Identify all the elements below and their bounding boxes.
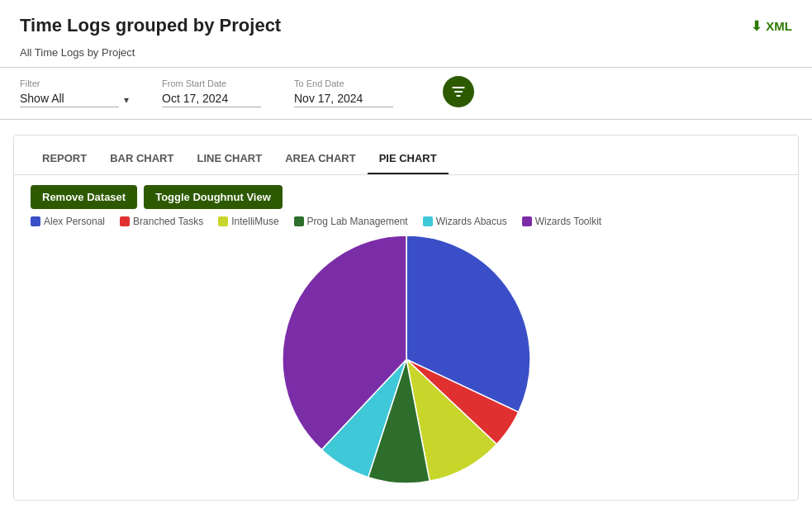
from-date-label: From Start Date [162,78,261,88]
legend-item: Prog Lab Management [294,216,408,227]
legend-item: IntelliMuse [218,216,278,227]
dropdown-arrow-icon[interactable]: ▾ [124,94,129,106]
tab-pie-chart[interactable]: PIE CHART [368,147,449,174]
chart-section: REPORT BAR CHART LINE CHART AREA CHART P… [13,135,799,501]
legend-item: Alex Personal [31,216,105,227]
remove-dataset-button[interactable]: Remove Dataset [31,185,137,209]
legend-label: Prog Lab Management [307,216,408,227]
chart-controls: Remove Dataset Toggle Doughnut View [14,175,798,209]
page-wrapper: Time Logs grouped by Project ⬇ XML All T… [0,0,812,518]
filter-label: Filter [20,78,129,88]
filter-lines-icon [450,83,467,100]
page-title: Time Logs grouped by Project [20,15,281,36]
to-date-value[interactable]: Nov 17, 2024 [294,92,393,107]
to-date-group: To End Date Nov 17, 2024 [294,78,393,107]
page-header: Time Logs grouped by Project ⬇ XML [0,0,812,45]
toggle-doughnut-button[interactable]: Toggle Doughnut View [144,185,283,209]
legend-item: Wizards Toolkit [522,216,601,227]
tab-bar-chart[interactable]: BAR CHART [98,147,185,174]
legend-color [294,216,304,226]
tab-line-chart[interactable]: LINE CHART [185,147,273,174]
legend-color [31,216,40,226]
filter-icon-button[interactable] [443,76,474,107]
filter-value: Show All [20,92,119,107]
legend-label: Branched Tasks [133,216,203,227]
legend-item: Wizards Abacus [423,216,507,227]
chart-tabs: REPORT BAR CHART LINE CHART AREA CHART P… [14,135,798,175]
legend-label: Wizards Abacus [436,216,507,227]
legend-item: Branched Tasks [120,216,203,227]
filter-group: Filter Show All ▾ [20,78,129,107]
chart-legend: Alex PersonalBranched TasksIntelliMusePr… [14,209,798,227]
filter-value-row: Show All ▾ [20,92,129,107]
xml-button[interactable]: ⬇ XML [751,18,792,34]
pie-chart-svg [283,235,530,483]
legend-label: Wizards Toolkit [535,216,601,227]
legend-color [120,216,130,226]
legend-color [522,216,532,226]
chart-area [14,227,798,483]
from-date-group: From Start Date Oct 17, 2024 [162,78,261,107]
tab-report[interactable]: REPORT [31,147,98,174]
filter-section: Filter Show All ▾ From Start Date Oct 17… [0,67,812,120]
tab-area-chart[interactable]: AREA CHART [273,147,367,174]
legend-label: Alex Personal [44,216,105,227]
subtitle: All Time Logs by Project [0,45,812,67]
to-date-label: To End Date [294,78,393,88]
download-icon: ⬇ [751,18,762,34]
legend-color [423,216,433,226]
legend-color [218,216,228,226]
legend-label: IntelliMuse [231,216,278,227]
from-date-value[interactable]: Oct 17, 2024 [162,92,261,107]
